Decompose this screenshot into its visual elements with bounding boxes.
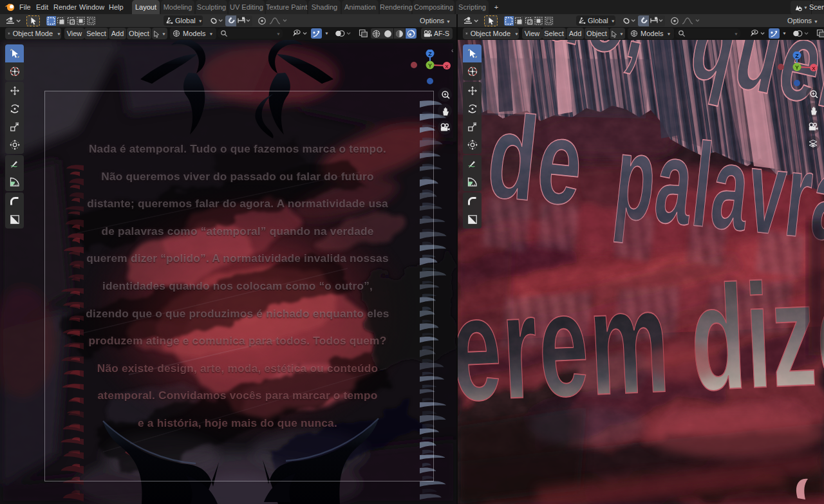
svg-text:Z: Z — [428, 51, 432, 57]
svg-text:X: X — [445, 64, 449, 70]
svg-text:Z: Z — [795, 53, 799, 59]
svg-text:Y: Y — [795, 64, 799, 71]
svg-text:Y: Y — [428, 62, 432, 69]
svg-text:X: X — [812, 66, 816, 71]
